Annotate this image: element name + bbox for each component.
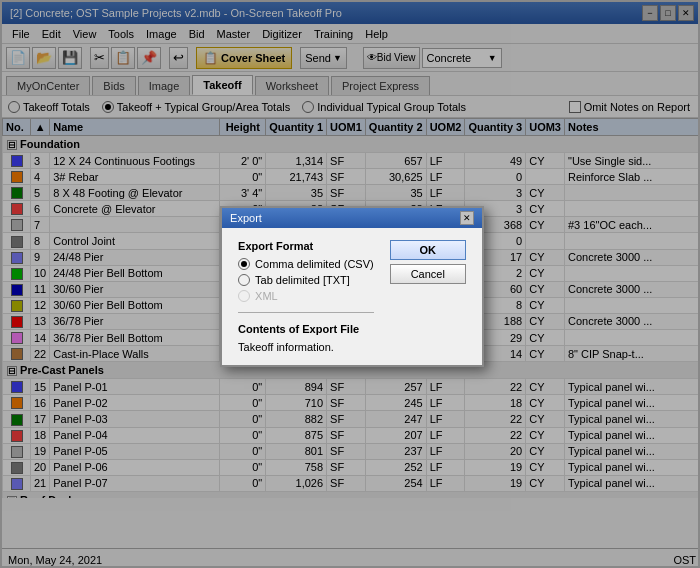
radio-xml-label: XML <box>255 290 278 302</box>
modal-buttons: OK Cancel <box>390 240 466 284</box>
modal-title: Export <box>230 212 262 224</box>
modal-left: Export Format Comma delimited (CSV) Tab … <box>238 240 374 353</box>
radio-xml-circle <box>238 290 250 302</box>
radio-xml: XML <box>238 290 374 302</box>
radio-txt-circle <box>238 274 250 286</box>
radio-csv-label: Comma delimited (CSV) <box>255 258 374 270</box>
export-format-label: Export Format <box>238 240 374 252</box>
modal-body: Export Format Comma delimited (CSV) Tab … <box>222 228 482 365</box>
modal-title-bar: Export ✕ <box>222 208 482 228</box>
radio-txt[interactable]: Tab delimited [TXT] <box>238 274 374 286</box>
radio-txt-label: Tab delimited [TXT] <box>255 274 350 286</box>
export-dialog: Export ✕ Export Format Comma delimited (… <box>220 206 484 367</box>
ok-button[interactable]: OK <box>390 240 466 260</box>
modal-main-row: Export Format Comma delimited (CSV) Tab … <box>238 240 466 353</box>
modal-overlay: Export ✕ Export Format Comma delimited (… <box>2 2 700 568</box>
contents-value: Takeoff information. <box>238 341 374 353</box>
radio-csv[interactable]: Comma delimited (CSV) <box>238 258 374 270</box>
cancel-button[interactable]: Cancel <box>390 264 466 284</box>
radio-csv-dot <box>241 261 247 267</box>
modal-close-button[interactable]: ✕ <box>460 211 474 225</box>
contents-label: Contents of Export File <box>238 323 374 335</box>
radio-csv-circle <box>238 258 250 270</box>
